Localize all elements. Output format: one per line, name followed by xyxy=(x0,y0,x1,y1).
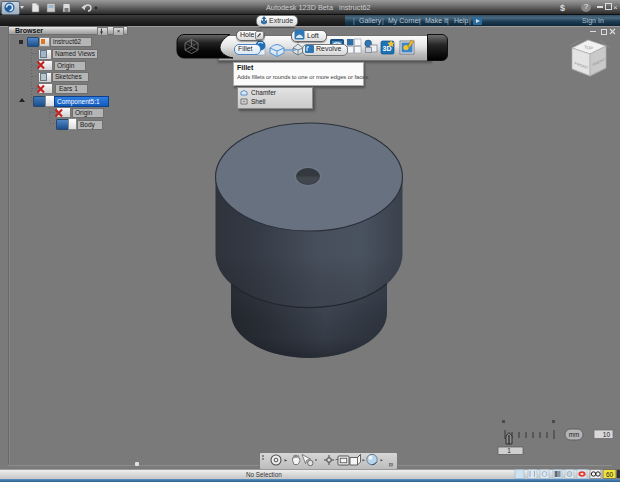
svg-text:1: 1 xyxy=(507,447,511,454)
svg-text:10: 10 xyxy=(603,431,611,438)
svg-text:60: 60 xyxy=(606,471,614,478)
svg-text:mm: mm xyxy=(569,431,580,438)
